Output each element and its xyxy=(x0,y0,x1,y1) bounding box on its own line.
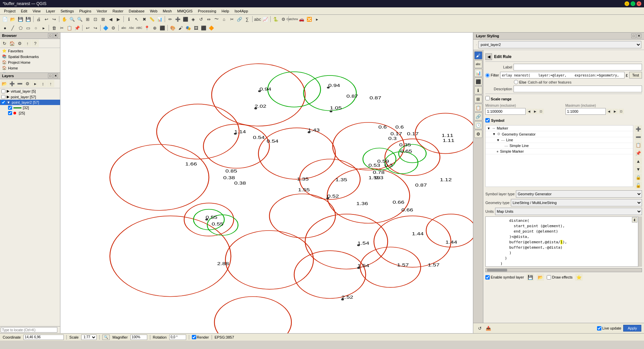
tb-python[interactable]: 🐍 xyxy=(272,15,279,23)
search-input[interactable] xyxy=(1,327,57,333)
tb-network[interactable]: 🔀 xyxy=(306,15,313,23)
tb-undo2[interactable]: ↩ xyxy=(84,24,91,32)
layer-32-check[interactable] xyxy=(8,106,12,110)
layers-collapse-all-btn2[interactable]: ↑ xyxy=(47,80,54,87)
style-tab-form[interactable]: 📋 xyxy=(474,104,482,112)
draw-effects-check[interactable] xyxy=(547,275,551,280)
scale-status-select[interactable]: 1:77 xyxy=(81,335,97,340)
menu-raster[interactable]: Raster xyxy=(110,8,126,14)
scale-max-btn2[interactable]: ▶ xyxy=(612,109,618,114)
footer-reset-btn[interactable]: ↺ xyxy=(476,325,483,332)
browser-home[interactable]: 🏠Home xyxy=(0,65,60,71)
menu-mmqgis[interactable]: MMQGIS xyxy=(174,8,195,14)
menu-plugins[interactable]: Plugins xyxy=(76,8,94,14)
live-update-check[interactable] xyxy=(597,326,601,331)
tb-route[interactable]: 🚗 xyxy=(298,15,305,23)
tree-row-geom-gen[interactable]: ▼ ⚙ Geometry Generator xyxy=(486,131,633,137)
layers-more-btn[interactable]: ▸ xyxy=(32,80,39,87)
layers-filter-btn[interactable]: ⚙ xyxy=(24,80,31,87)
enable-symbol-check[interactable] xyxy=(485,275,490,280)
filter-radio[interactable] xyxy=(485,73,490,78)
layer-25[interactable]: [25] xyxy=(0,110,60,116)
draw-effects-label[interactable]: Draw effects xyxy=(547,275,573,280)
apply-button[interactable]: Apply xyxy=(623,325,641,332)
tb-move-label[interactable]: ⬛ xyxy=(159,24,166,32)
right-panel-close-btn[interactable]: ✕ xyxy=(637,34,641,38)
scale-range-check[interactable] xyxy=(485,96,490,100)
layers-remove-btn[interactable]: ➖ xyxy=(16,80,23,87)
tb-draw-line[interactable]: ╱ xyxy=(9,24,16,32)
browser-close-btn[interactable]: ✕ xyxy=(53,33,58,38)
tb-attr-table[interactable]: 📊 xyxy=(156,15,163,23)
tb-zoom-out[interactable]: 🔍 xyxy=(76,15,84,23)
scale-max-btn1[interactable]: ◀ xyxy=(606,109,612,114)
expression-edit-btn[interactable]: ε xyxy=(632,217,637,222)
filter-radio-label[interactable]: Filter xyxy=(485,73,499,78)
tb-select[interactable]: ↖ xyxy=(133,15,140,23)
tb-zoom-layer[interactable]: ⊡ xyxy=(92,15,99,23)
tb-simplify[interactable]: 〜 xyxy=(213,15,220,23)
expression-icon[interactable]: ε xyxy=(626,72,628,78)
menu-iso4app[interactable]: Iso4App xyxy=(232,8,251,14)
tree-btn-up[interactable]: ▲ xyxy=(635,157,642,165)
tb-node[interactable]: ◈ xyxy=(190,15,197,23)
footer-import-btn[interactable]: 📥 xyxy=(485,325,492,332)
u-select[interactable]: Map Units xyxy=(495,208,642,215)
tb-label2[interactable]: abc xyxy=(120,24,127,32)
tb-rotate[interactable]: ↺ xyxy=(197,15,205,23)
tb-snap[interactable]: 🔷 xyxy=(102,24,109,32)
tb-save[interactable]: 💾 xyxy=(17,15,24,23)
symbol-check[interactable] xyxy=(485,118,490,122)
tb-catchment[interactable]: Catchment xyxy=(290,15,298,23)
browser-project-home[interactable]: 🏠Project Home xyxy=(0,59,60,65)
scale-max-input[interactable] xyxy=(566,108,606,115)
layer-point-check[interactable] xyxy=(1,95,5,99)
style-tab-vars[interactable]: ⚙ xyxy=(474,130,482,138)
menu-view[interactable]: View xyxy=(30,8,43,14)
live-update-label[interactable]: Live update xyxy=(597,326,622,331)
tree-row-line[interactable]: ▼ — Line xyxy=(486,137,633,143)
browser-favorites[interactable]: ⭐Favorites xyxy=(0,48,60,54)
menu-layer[interactable]: Layer xyxy=(43,8,58,14)
layers-collapse-btn[interactable]: □ xyxy=(48,73,53,78)
layer-point2-check[interactable] xyxy=(1,100,5,104)
gt-select[interactable]: LineString / MultiLineString xyxy=(511,199,642,206)
style-tab-history[interactable]: 🕒 xyxy=(474,121,482,129)
browser-refresh-btn[interactable]: ↻ xyxy=(1,40,8,47)
tb-zoom-next[interactable]: ▶ xyxy=(115,15,122,23)
rotation-input[interactable] xyxy=(169,335,186,340)
tb-redo[interactable]: ↪ xyxy=(50,15,58,23)
layers-expand-btn[interactable]: ↕ xyxy=(39,80,47,87)
slt-select[interactable]: Geometry Generator xyxy=(516,190,642,198)
tb-show-diagram[interactable]: ⊕ xyxy=(151,24,158,32)
tb-save2[interactable]: 💾 xyxy=(24,15,32,23)
tb-zoom-in[interactable]: 🔍 xyxy=(68,15,76,23)
tb-reshape[interactable]: ⌂ xyxy=(220,15,228,23)
tb-more[interactable]: ▸ xyxy=(313,15,321,23)
menu-settings[interactable]: Settings xyxy=(58,8,76,14)
tb-style5[interactable]: ⬛ xyxy=(200,24,207,32)
menu-help[interactable]: Help xyxy=(219,8,232,14)
filter-input[interactable] xyxy=(500,72,624,79)
layers-open-btn[interactable]: 📂 xyxy=(1,80,8,87)
tb-digitize[interactable]: ✏ xyxy=(166,15,174,23)
browser-collapse-all-btn[interactable]: ↑ xyxy=(24,40,31,47)
tb-draw-point[interactable]: ● xyxy=(1,24,9,32)
tb-add-feature[interactable]: ➕ xyxy=(174,15,181,23)
menu-processing[interactable]: Processing xyxy=(195,8,219,14)
tb-field-calc[interactable]: ∑ xyxy=(244,15,251,23)
scale-min-input[interactable] xyxy=(485,108,526,115)
code-scrollbar-h[interactable] xyxy=(485,268,642,272)
style-tab-paint[interactable]: 🖌 xyxy=(474,51,482,59)
layer-25-check[interactable] xyxy=(8,111,12,115)
style-tab-label[interactable]: abc xyxy=(474,60,482,68)
tb-redo2[interactable]: ↪ xyxy=(92,24,99,32)
enable-symbol-label[interactable]: Enable symbol layer xyxy=(485,275,524,280)
tb-draw-circle[interactable]: ○ xyxy=(32,24,40,32)
tb-new[interactable]: 📄 xyxy=(1,15,9,23)
tb-deselect[interactable]: ✖ xyxy=(141,15,148,23)
style-tab-fields[interactable]: ⊞ xyxy=(474,95,482,103)
style-tab-diagram[interactable]: 📊 xyxy=(474,69,482,77)
tb-label4[interactable]: ABC xyxy=(136,24,143,32)
tree-row-marker[interactable]: ▼ → Marker xyxy=(486,126,633,131)
